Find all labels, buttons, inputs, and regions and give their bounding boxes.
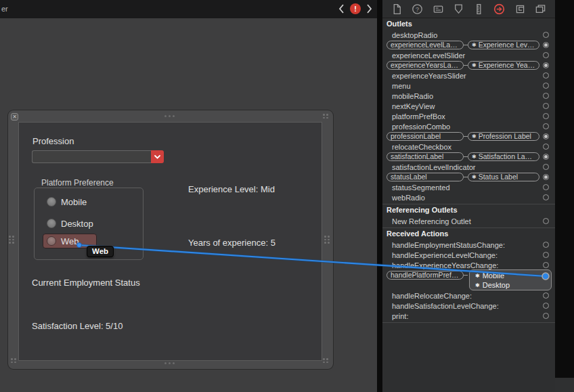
combo-chevron-down-icon[interactable] (151, 150, 164, 163)
connector-well[interactable] (543, 218, 549, 224)
frame-right-handle[interactable] (324, 236, 330, 244)
outlet-name: platformPrefBox (387, 112, 543, 121)
desktop-radio-button[interactable] (47, 219, 56, 228)
connector-well[interactable] (543, 72, 549, 79)
connector-well[interactable] (543, 313, 549, 319)
connection-target-label: Satisfaction La… (479, 153, 532, 160)
attributes-inspector-icon[interactable] (453, 3, 464, 15)
forward-chevron-icon[interactable] (365, 3, 373, 15)
connector-well[interactable] (543, 123, 549, 129)
connection-target-pill[interactable]: ✱Status Label (468, 173, 539, 181)
object-icon: ✱ (472, 41, 477, 49)
connector-well[interactable] (543, 262, 549, 268)
connection-target-pill[interactable]: ✱Experience Lev… (468, 41, 539, 49)
outlet-name: webRadio (387, 194, 543, 202)
outlet-row: relocateCheckbox (382, 141, 555, 152)
outlet-name: nextKeyView (387, 102, 543, 110)
window-close-icon[interactable]: ✕ (11, 113, 18, 121)
action-name: handleRelocateChange: (387, 292, 543, 300)
popup-item-label: Desktop (483, 281, 510, 289)
connector-well[interactable] (543, 292, 549, 299)
xcode-interface-builder: er ! ✕ Profession (0, 0, 574, 392)
connector-well[interactable] (543, 113, 549, 119)
outlet-name-pill[interactable]: experienceLevelLabel (387, 41, 464, 49)
frame-top-handle[interactable] (164, 115, 175, 117)
frame-bottomright-handle[interactable] (323, 358, 328, 363)
frame-left-handle[interactable] (9, 236, 14, 244)
connection-target-label: Status Label (479, 173, 518, 181)
connected-connector-well[interactable] (543, 154, 549, 160)
connector-well[interactable] (543, 93, 549, 99)
action-row: handleExperienceLevelChange: (382, 250, 555, 260)
connector-well[interactable] (543, 194, 549, 200)
frame-bottom-handle[interactable] (164, 362, 175, 364)
mobile-radio-label[interactable]: Mobile (61, 197, 87, 207)
outlet-name-pill[interactable]: professionLabel (387, 132, 464, 141)
connection-target-label: Experience Lev… (479, 41, 535, 49)
right-gutter-bottom (555, 378, 574, 392)
bindings-inspector-icon[interactable] (514, 3, 526, 15)
connected-connector-well[interactable] (543, 174, 549, 180)
view-effects-inspector-icon[interactable] (535, 3, 546, 15)
profession-combo-box[interactable] (32, 150, 164, 163)
web-radio-label[interactable]: Web (61, 236, 79, 246)
desktop-radio-label[interactable]: Desktop (61, 219, 93, 229)
connection-popup-item[interactable]: ✱Mobile (470, 271, 551, 280)
identity-inspector-icon[interactable] (433, 3, 444, 15)
outlet-row: webRadio (382, 192, 555, 202)
connected-connector-well[interactable] (543, 133, 549, 139)
employment-status-label: Current Employment Status (32, 278, 140, 288)
action-row: print: (382, 311, 555, 321)
connector-well[interactable] (543, 52, 549, 58)
outlet-row: experienceLevelSlider (382, 50, 555, 60)
frame-bottomleft-handle[interactable] (11, 358, 16, 363)
panel-divider[interactable] (377, 0, 382, 392)
connector-well[interactable] (543, 303, 549, 309)
experience-level-label: Experience Level: Mid (188, 184, 275, 194)
connection-target-pill[interactable]: ✱Experience Yea… (468, 61, 539, 70)
outlet-row: experienceLevelLabel✱Experience Lev… (382, 40, 555, 50)
outlet-row: satisfactionLevelIndicator (382, 162, 555, 172)
connections-inspector-icon[interactable] (493, 3, 505, 15)
inspector-tab-bar: ? (382, 0, 555, 18)
object-icon: ✱ (472, 173, 477, 181)
pill-connector (464, 275, 468, 276)
connection-target-pill[interactable]: ✱Profession Label (468, 132, 539, 141)
connection-target-label: Experience Yea… (479, 62, 535, 69)
connector-well[interactable] (543, 164, 549, 170)
action-name: print: (387, 312, 543, 320)
frame-topright-handle[interactable] (323, 114, 328, 118)
outlet-name-pill[interactable]: statusLabel (387, 173, 464, 181)
window-title-fragment: er (1, 5, 8, 13)
connector-well[interactable] (543, 242, 549, 248)
object-icon: ✱ (472, 62, 477, 69)
connection-target-pill[interactable]: ✱Satisfaction La… (468, 152, 539, 161)
action-row: handleSatisfactionLevelChange: (382, 301, 555, 311)
connector-well[interactable] (543, 103, 549, 109)
connected-connector-well[interactable] (543, 42, 549, 48)
file-inspector-icon[interactable] (391, 3, 403, 15)
platform-box-title: Platform Preference (41, 178, 114, 188)
combo-field[interactable] (32, 150, 151, 163)
connector-well[interactable] (543, 252, 549, 258)
connector-well[interactable] (543, 32, 549, 38)
outlet-name-pill[interactable]: experienceYearsLabel (387, 61, 464, 70)
web-radio-button[interactable] (47, 236, 56, 246)
connector-well[interactable] (543, 144, 549, 150)
mobile-radio-button[interactable] (47, 197, 56, 206)
section-separator (382, 322, 555, 323)
referencing-outlets-list: New Referencing Outlet (382, 216, 555, 226)
action-name-pill[interactable]: handlePlatformPrefe… (387, 271, 464, 280)
quick-help-inspector-icon[interactable]: ? (412, 3, 423, 15)
connector-well[interactable] (543, 83, 549, 89)
outlet-name: satisfactionLevelIndicator (387, 163, 543, 171)
error-badge-icon[interactable]: ! (350, 3, 361, 14)
connection-popup-item[interactable]: ✱Desktop (470, 280, 551, 290)
connected-connector-well[interactable] (543, 62, 549, 68)
action-name: handleSatisfactionLevelChange: (387, 302, 543, 310)
outlet-name-pill[interactable]: satisfactionLabel (387, 152, 464, 161)
back-chevron-icon[interactable] (338, 3, 346, 15)
size-inspector-icon[interactable] (473, 3, 485, 15)
action-name: handleEmploymentStatusChange: (387, 241, 543, 249)
connector-well[interactable] (543, 184, 549, 190)
